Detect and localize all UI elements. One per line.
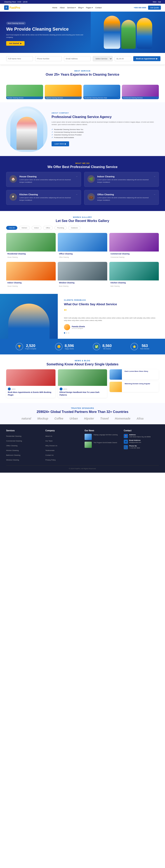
- booking-price-input[interactable]: [115, 56, 131, 61]
- booking-phone-input[interactable]: [35, 56, 62, 61]
- work-img-3: [109, 233, 159, 251]
- work-cat-6: Bath Cleaning: [111, 285, 120, 287]
- works-subtitle: Works Gallery: [6, 216, 159, 218]
- booking-name-input[interactable]: [6, 56, 33, 61]
- about-image: [6, 106, 47, 152]
- nav-services[interactable]: Services ▾: [67, 7, 76, 9]
- about-content: About Company Professional Cleaning Serv…: [51, 112, 159, 146]
- logo: F FastPro: [4, 5, 20, 10]
- dot-3[interactable]: [68, 332, 69, 334]
- footer-link-bathroom[interactable]: Bathroom Cleaning: [6, 454, 20, 456]
- work-item-3[interactable]: Commercial Cleaning Commercial Cleaning: [109, 233, 159, 260]
- gallery-item-4[interactable]: Commercial Cleaning Services →: [122, 85, 159, 99]
- work-item-2[interactable]: Office Cleaning Office Cleaning: [58, 233, 107, 260]
- gallery-item-1[interactable]: Provide Cleaning Service →: [6, 85, 43, 99]
- partner-natural: natural: [22, 417, 31, 420]
- nav-pages[interactable]: Pages ▾: [86, 7, 93, 9]
- testimonial-subtitle: Clients Feedback: [64, 299, 159, 301]
- footer-link-why[interactable]: Why Choose Us: [45, 445, 57, 446]
- nav-quote-button[interactable]: Get Quote: [148, 6, 161, 10]
- blog-img-1: [6, 369, 55, 386]
- service-card-indoor[interactable]: 🌿 Indoor Cleaning Lorem ipsum dolor sit …: [84, 172, 159, 187]
- blog-post-1[interactable]: admin Book More Appointments & Events Wi…: [6, 369, 55, 398]
- nav-contact[interactable]: Contact: [95, 7, 102, 9]
- footer-link-contact[interactable]: Contact Us: [45, 454, 54, 456]
- footer-link-privacy[interactable]: Privacy Policy: [45, 459, 56, 461]
- work-item-5[interactable]: Window Cleaning Book Cleaning: [58, 262, 107, 289]
- footer-grid: Services Residential Cleaning Commercial…: [6, 430, 159, 462]
- works-tab-outdoors[interactable]: Outdoors: [68, 226, 80, 230]
- about-learn-more-button[interactable]: Learn More ▶: [51, 142, 69, 146]
- blog-post-2[interactable]: admin Ethical Design Handbook How To Lea…: [58, 369, 107, 398]
- hero-cta-button[interactable]: Get Started ▶: [6, 41, 25, 46]
- nav-blog[interactable]: Blog ▾: [78, 7, 84, 9]
- works-tab-office[interactable]: Office: [43, 226, 53, 230]
- works-title: Let See Our Recent Works Gallery: [6, 219, 159, 223]
- work-item-6[interactable]: Kitchen Cleaning Bath Cleaning: [109, 262, 159, 289]
- blog-title-1: Book More Appointments & Events With Boo…: [8, 391, 54, 396]
- address-value: 1234 Street Name City, AA 99999: [129, 436, 151, 438]
- footer-link-residential[interactable]: Residential Cleaning: [6, 435, 21, 437]
- service-card-content: House Cleaning Lorem ipsum dolor sit ame…: [19, 175, 73, 184]
- testimonial-title: What Our Clients Say About Service: [64, 302, 159, 306]
- list-item: Window Cleaning: [6, 458, 41, 461]
- work-title-3: Commercial Cleaning: [111, 253, 158, 255]
- logo-icon: F: [4, 5, 9, 10]
- footer-news-img-1: [85, 434, 92, 440]
- footer-link-office[interactable]: Office Cleaning: [6, 445, 17, 446]
- stat-label-clients: Happy Clients: [65, 348, 74, 349]
- work-item-4[interactable]: Indoor Cleaning House Cleaning: [6, 262, 56, 289]
- dot-1[interactable]: [64, 332, 65, 334]
- booking-form: Select Service Book an Appointment ▶: [0, 53, 165, 65]
- blog-header: News & Blog Something Know About Every S…: [6, 360, 159, 366]
- gallery-item-2[interactable]: Imperial Cleaning Services →: [45, 85, 82, 99]
- work-item-1[interactable]: Residential Cleaning House Cleaning: [6, 233, 56, 260]
- blog-side-item-1[interactable]: Each Lorem Been Since Story: [110, 369, 159, 380]
- nav-about[interactable]: About: [60, 7, 65, 9]
- about-tag: About Company: [51, 112, 159, 114]
- hero-section: Best Cleaning Service We Provide Cleanin…: [0, 11, 165, 53]
- list-item: Privacy Policy: [45, 458, 80, 461]
- booking-email-input[interactable]: [64, 56, 91, 61]
- works-tab-kitchen[interactable]: Kitchen: [19, 226, 30, 230]
- gallery-item-3[interactable]: Residential Cleaning Services Near →: [83, 85, 120, 99]
- service-card-office[interactable]: 💼 Office Cleaning Lorem ipsum dolor sit …: [84, 190, 159, 205]
- works-tab-plumbing[interactable]: Plumbing: [54, 226, 67, 230]
- works-tab-all[interactable]: View All: [6, 226, 17, 230]
- footer-services: Services Residential Cleaning Commercial…: [6, 430, 41, 462]
- gallery-label-2: Imperial Cleaning Services →: [45, 96, 82, 99]
- testimonial-dots: [64, 332, 159, 334]
- booking-service-select[interactable]: Select Service: [93, 56, 113, 61]
- service-card-kitchen[interactable]: 🍳 Kitchen Cleaning Lorem ipsum dolor sit…: [6, 190, 81, 205]
- work-title-2: Office Cleaning: [59, 253, 106, 255]
- list-item: Residential Cleaning: [6, 434, 41, 437]
- about-title: Professional Cleaning Service Agency: [51, 115, 159, 119]
- footer-news-item-1[interactable]: Helping Language Get More Learning: [85, 434, 120, 440]
- nav-home[interactable]: Home: [52, 7, 57, 9]
- footer-contact-title: Contact: [124, 430, 159, 432]
- footer-link-window[interactable]: Window Cleaning: [6, 459, 19, 461]
- service-card-house[interactable]: 🏠 House Cleaning Lorem ipsum dolor sit a…: [6, 172, 81, 187]
- booking-submit-button[interactable]: Book an Appointment ▶: [133, 56, 160, 61]
- quote-mark-icon: ": [64, 308, 159, 316]
- gallery-label-1: Provide Cleaning Service →: [6, 96, 43, 99]
- stat-team: ⭐ 563 Team Member: [131, 343, 149, 350]
- topbar-right: Mon - Sat: [153, 1, 161, 3]
- footer-link-about[interactable]: About Us: [45, 435, 52, 437]
- arrow-icon: →: [41, 97, 42, 99]
- blog-title: Something Know About Every Single Update…: [6, 363, 159, 366]
- email-label: Email Address: [129, 439, 141, 441]
- gallery-row: Provide Cleaning Service → Imperial Clea…: [0, 85, 165, 102]
- stat-label-projects: Project Complete: [25, 348, 36, 349]
- footer-link-testimonials[interactable]: Testimonials: [45, 450, 54, 452]
- footer-news-item-2[interactable]: This Program Get All Details Cleared: [85, 442, 120, 448]
- copyright-text: © 2024 FastPro. All Rights Reserved.: [69, 468, 96, 469]
- footer-link-commercial[interactable]: Commercial Cleaning: [6, 440, 22, 442]
- dot-2[interactable]: [66, 332, 67, 334]
- footer-link-team[interactable]: Our Team: [45, 440, 53, 442]
- footer-company-list: About Us Our Team Why Choose Us Testimon…: [45, 434, 80, 461]
- works-tab-indoor[interactable]: Indoor: [32, 226, 42, 230]
- footer-link-kitchen[interactable]: Kitchen Cleaning: [6, 450, 18, 452]
- blog-side-item-2[interactable]: Watching Domain Using Angular: [110, 382, 159, 392]
- testimonial-author: Pamela Glowia UI & UX Designer: [64, 324, 159, 330]
